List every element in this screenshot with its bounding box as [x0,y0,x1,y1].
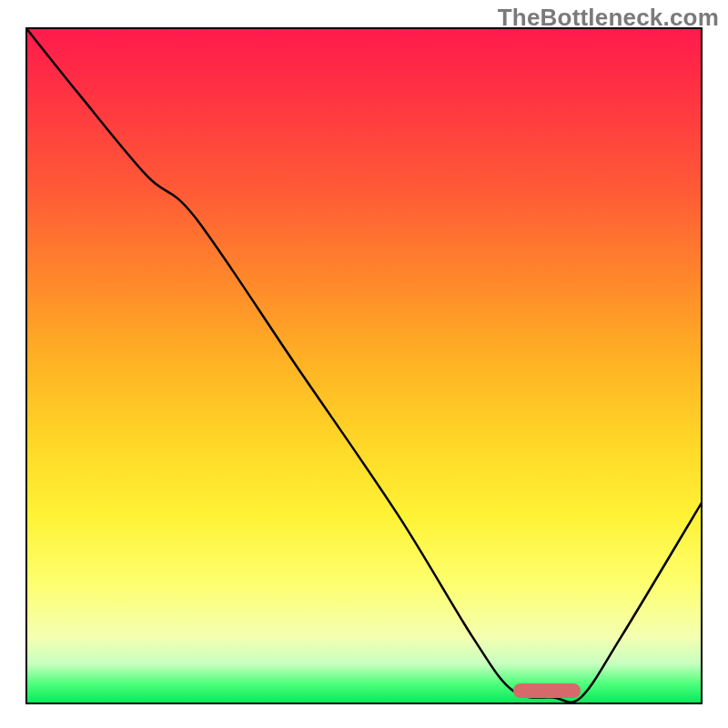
watermark-text: TheBottleneck.com [498,4,719,32]
bottleneck-curve [25,27,703,704]
chart-container: TheBottleneck.com [0,0,728,728]
optimal-range-marker [513,683,581,698]
plot-area [25,27,703,704]
